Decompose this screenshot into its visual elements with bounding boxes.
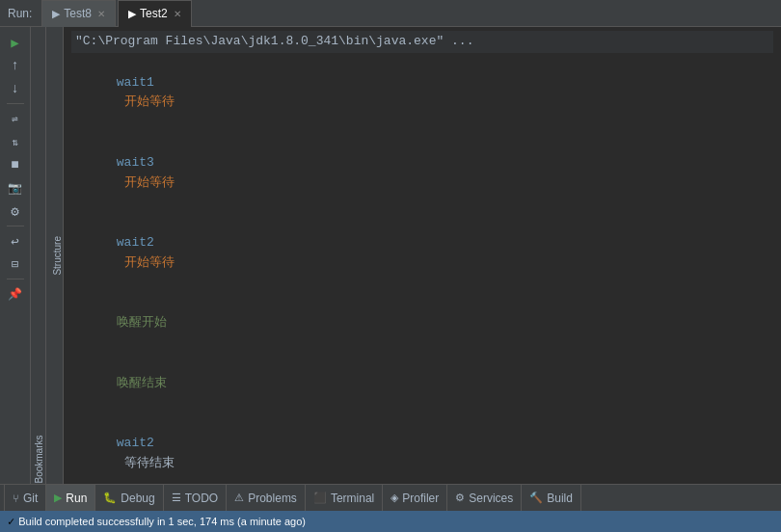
console-line-5: 唤醒结束 bbox=[71, 354, 773, 413]
console-line-2: wait3 开始等待 bbox=[71, 133, 773, 213]
stop-button[interactable]: ■ bbox=[5, 154, 26, 175]
console-line-6: wait2 等待结束 bbox=[71, 413, 773, 484]
services-icon: ⚙ bbox=[455, 492, 465, 504]
back-button[interactable]: ↩ bbox=[5, 230, 26, 252]
console-line-4: 唤醒开始 bbox=[71, 293, 773, 353]
profiler-icon: ◈ bbox=[390, 492, 398, 504]
bottom-tab-profiler-label: Profiler bbox=[402, 492, 439, 505]
pin-button[interactable]: 📌 bbox=[5, 283, 26, 305]
toolbar-divider-3 bbox=[7, 279, 24, 279]
bottom-tab-build[interactable]: 🔨 Build bbox=[522, 485, 581, 512]
bottom-tab-todo-label: TODO bbox=[185, 492, 218, 505]
bottom-tab-services-label: Services bbox=[469, 492, 513, 505]
bookmarks-label[interactable]: Bookmarks bbox=[33, 435, 43, 483]
bottom-tab-run[interactable]: ▶ Run bbox=[46, 485, 95, 512]
bottom-tab-debug[interactable]: 🐛 Debug bbox=[95, 485, 163, 512]
status-text: Build completed successfully in 1 sec, 1… bbox=[18, 516, 306, 527]
tab-test2-close[interactable]: ✕ bbox=[174, 9, 181, 19]
bottom-tab-debug-label: Debug bbox=[121, 492, 154, 505]
wake-end-text: 唤醒结束 bbox=[117, 376, 167, 390]
status-check-icon: ✓ bbox=[8, 515, 14, 529]
terminal-icon: ⬛ bbox=[313, 492, 327, 504]
wait3-text-1: 开始等待 bbox=[117, 175, 175, 190]
settings-button[interactable]: ⚙ bbox=[5, 200, 26, 222]
run-label: Run: bbox=[8, 7, 32, 20]
main-area: ▶ ↑ ↓ ⇌ ⇅ ■ 📷 ⚙ ↩ ⊟ 📌 Bookmarks Structur… bbox=[0, 27, 781, 484]
bookmarks-panel: Bookmarks bbox=[31, 27, 46, 484]
console-command-line: "C:\Program Files\Java\jdk1.8.0_341\bin\… bbox=[71, 31, 773, 53]
toolbar-divider-1 bbox=[7, 103, 24, 104]
bottom-tab-todo[interactable]: ☰ TODO bbox=[164, 485, 227, 512]
console-line-3: wait2 开始等待 bbox=[71, 213, 773, 293]
toolbar-divider-2 bbox=[7, 226, 24, 226]
wrap-button[interactable]: ⇌ bbox=[5, 108, 26, 129]
bottom-tab-git-label: Git bbox=[23, 492, 38, 505]
problems-icon: ⚠ bbox=[234, 492, 244, 504]
run-button[interactable]: ▶ bbox=[5, 32, 26, 53]
debug-icon: 🐛 bbox=[103, 492, 117, 504]
run-tab-icon: ▶ bbox=[54, 492, 62, 504]
wait1-label-1: wait1 bbox=[117, 75, 154, 90]
tab-test2-label: Test2 bbox=[140, 7, 168, 20]
todo-icon: ☰ bbox=[172, 492, 181, 504]
tab-test8-icon: ▶ bbox=[52, 8, 60, 20]
scroll-up-button[interactable]: ↑ bbox=[5, 55, 26, 76]
bottom-tab-problems-label: Problems bbox=[248, 492, 297, 505]
bottom-toolbar: ⑂ Git ▶ Run 🐛 Debug ☰ TODO ⚠ Problems ⬛ … bbox=[0, 484, 781, 511]
console-line-1: wait1 开始等待 bbox=[71, 53, 773, 133]
wait2-text-1: 开始等待 bbox=[117, 255, 175, 270]
structure-panel: Structure bbox=[46, 27, 64, 484]
bottom-tab-build-label: Build bbox=[547, 492, 573, 505]
tab-test8-close[interactable]: ✕ bbox=[97, 9, 105, 19]
bottom-tab-profiler[interactable]: ◈ Profiler bbox=[383, 485, 447, 512]
wait2-end-text: 等待结束 bbox=[117, 456, 175, 470]
console-area[interactable]: "C:\Program Files\Java\jdk1.8.0_341\bin\… bbox=[64, 27, 781, 484]
wait3-label-1: wait3 bbox=[117, 155, 154, 170]
status-bar: ✓ Build completed successfully in 1 sec,… bbox=[0, 511, 781, 532]
tab-test2-icon: ▶ bbox=[128, 8, 136, 20]
wait1-text-1: 开始等待 bbox=[117, 94, 175, 109]
bottom-tab-problems[interactable]: ⚠ Problems bbox=[227, 485, 306, 512]
camera-button[interactable]: 📷 bbox=[5, 177, 26, 199]
tab-test8-label: Test8 bbox=[64, 7, 92, 20]
tab-test8[interactable]: ▶ Test8 ✕ bbox=[41, 0, 116, 27]
wake-start-text: 唤醒开始 bbox=[117, 315, 167, 330]
build-icon: 🔨 bbox=[529, 492, 543, 504]
bottom-tab-terminal[interactable]: ⬛ Terminal bbox=[306, 485, 383, 512]
bottom-tab-git[interactable]: ⑂ Git bbox=[4, 485, 46, 512]
scroll-down-button[interactable]: ↓ bbox=[5, 78, 26, 99]
wait2-label-1: wait2 bbox=[117, 235, 154, 250]
structure-label[interactable]: Structure bbox=[52, 232, 63, 279]
git-icon: ⑂ bbox=[13, 492, 19, 504]
wait2-label-end: wait2 bbox=[117, 436, 154, 450]
left-toolbar: ▶ ↑ ↓ ⇌ ⇅ ■ 📷 ⚙ ↩ ⊟ 📌 bbox=[0, 27, 31, 484]
tab-bar: Run: ▶ Test8 ✕ ▶ Test2 ✕ bbox=[0, 0, 781, 27]
layout-button[interactable]: ⊟ bbox=[5, 253, 26, 275]
bottom-tab-run-label: Run bbox=[66, 492, 87, 505]
bottom-tab-services[interactable]: ⚙ Services bbox=[447, 485, 522, 512]
filter-button[interactable]: ⇅ bbox=[5, 131, 26, 152]
tab-test2[interactable]: ▶ Test2 ✕ bbox=[118, 0, 192, 27]
bottom-tab-terminal-label: Terminal bbox=[331, 492, 374, 505]
